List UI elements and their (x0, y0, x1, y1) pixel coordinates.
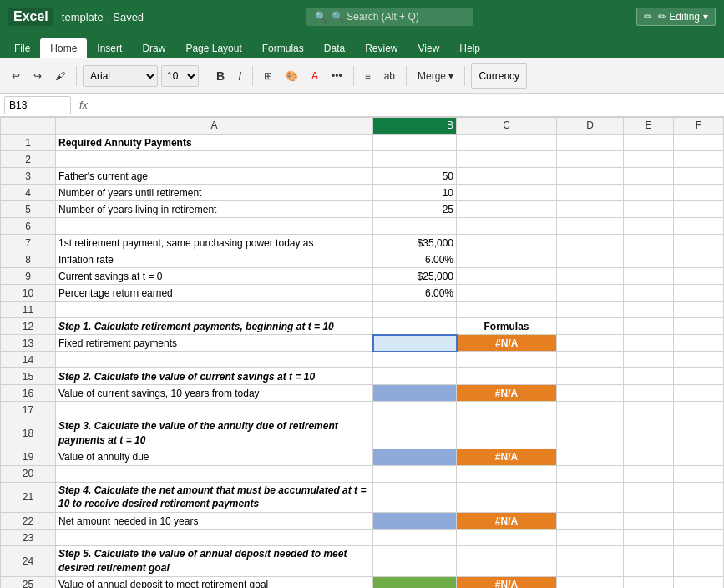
table-row: 1Required Annuity Payments (1, 134, 724, 151)
table-row: 8Inflation rate6.00% (1, 251, 724, 268)
tab-insert[interactable]: Insert (87, 38, 132, 58)
table-row: 5Number of years living in retirement25 (1, 201, 724, 218)
redo-button[interactable]: ↪ (28, 63, 47, 89)
italic-button[interactable]: I (233, 63, 246, 89)
file-name: template - Saved (62, 11, 144, 23)
table-row: 22Net amount needed in 10 years#N/A (1, 513, 724, 530)
title-bar: Excel template - Saved 🔍 🔍 Search (Alt +… (0, 0, 724, 33)
tab-view[interactable]: View (408, 38, 450, 58)
chevron-down-icon: ▾ (703, 11, 708, 23)
table-row: 16Value of current savings, 10 years fro… (1, 385, 724, 402)
spreadsheet-body: 1Required Annuity Payments 2 3Father's c… (1, 134, 724, 589)
separator-6 (464, 66, 465, 86)
borders-button[interactable]: ⊞ (259, 63, 277, 89)
search-icon: 🔍 (315, 11, 327, 23)
format-painter-button[interactable]: 🖌 (50, 63, 70, 89)
font-color-button[interactable]: A (306, 63, 323, 89)
table-row: 21Step 4. Calculate the net amount that … (1, 482, 724, 513)
undo-button[interactable]: ↩ (7, 63, 25, 89)
table-row: 2 (1, 151, 724, 168)
table-row: 3Father's current age50 (1, 168, 724, 185)
table-row: 23 (1, 530, 724, 546)
currency-button[interactable]: Currency (471, 63, 527, 89)
fill-color-button[interactable]: 🎨 (281, 63, 303, 89)
table-row: 24Step 5. Calculate the value of annual … (1, 546, 724, 577)
table-row: 18Step 3. Calculate the value of the ann… (1, 418, 724, 449)
col-header-e[interactable]: E (624, 118, 674, 134)
corner-cell (1, 118, 56, 134)
table-row: 20 (1, 465, 724, 482)
col-header-f[interactable]: F (674, 118, 724, 134)
tab-data[interactable]: Data (314, 38, 355, 58)
cell-reference-input[interactable] (4, 96, 71, 114)
spreadsheet-table: A B C D E F 1Required Annuity Payments 2… (0, 117, 724, 588)
merge-button[interactable]: Merge ▾ (413, 63, 458, 89)
font-name-select[interactable]: Arial Calibri Times New Roman (83, 65, 158, 87)
table-row: 17 (1, 402, 724, 418)
edit-icon: ✏ (644, 11, 652, 23)
fx-label: fx (75, 99, 92, 111)
table-row: 25Value of annual deposit to meet retire… (1, 576, 724, 588)
col-header-b[interactable]: B (373, 118, 457, 134)
formula-input[interactable] (96, 99, 720, 111)
separator-4 (353, 66, 354, 86)
tab-file[interactable]: File (4, 38, 40, 58)
table-row: 4Number of years until retirement10 (1, 185, 724, 201)
ribbon-tabs: File Home Insert Draw Page Layout Formul… (0, 33, 724, 58)
table-row: 12Step 1. Calculate retirement payments,… (1, 318, 724, 335)
table-row: 10Percentage return earned6.00% (1, 285, 724, 302)
editing-button[interactable]: ✏ ✏ Editing ▾ (636, 8, 716, 26)
table-row: 9Current savings at t = 0$25,000 (1, 268, 724, 285)
table-row: 6 (1, 218, 724, 235)
tab-draw[interactable]: Draw (132, 38, 175, 58)
more-button[interactable]: ••• (327, 63, 347, 89)
table-row: 19Value of annuity due#N/A (1, 449, 724, 465)
formula-bar: fx (0, 94, 724, 117)
tab-help[interactable]: Help (449, 38, 490, 58)
font-size-select[interactable]: 10 11 12 14 (161, 65, 199, 87)
table-row: 13Fixed retirement payments#N/A (1, 335, 724, 352)
spreadsheet-container[interactable]: A B C D E F 1Required Annuity Payments 2… (0, 117, 724, 588)
separator-2 (205, 66, 205, 86)
bold-button[interactable]: B (211, 63, 230, 89)
col-header-c[interactable]: C (457, 118, 557, 134)
table-row: 15Step 2. Calculate the value of current… (1, 368, 724, 385)
col-header-d[interactable]: D (557, 118, 624, 134)
tab-page-layout[interactable]: Page Layout (175, 38, 251, 58)
tab-home[interactable]: Home (40, 38, 87, 58)
separator-5 (406, 66, 407, 86)
col-header-a[interactable]: A (56, 118, 373, 134)
separator-3 (252, 66, 253, 86)
toolbar: ↩ ↪ 🖌 Arial Calibri Times New Roman 10 1… (0, 58, 724, 94)
table-row: 71st retirement payment, same purchasing… (1, 235, 724, 251)
tab-review[interactable]: Review (355, 38, 408, 58)
tab-formulas[interactable]: Formulas (252, 38, 314, 58)
separator-1 (76, 66, 77, 86)
excel-logo: Excel (8, 8, 53, 26)
search-bar[interactable]: 🔍 🔍 Search (Alt + Q) (306, 8, 473, 26)
align-button[interactable]: ≡ (360, 63, 376, 89)
title-left: Excel template - Saved (8, 8, 144, 26)
wrap-button[interactable]: ab (379, 63, 400, 89)
table-row: 11 (1, 302, 724, 318)
table-row: 14 (1, 352, 724, 368)
